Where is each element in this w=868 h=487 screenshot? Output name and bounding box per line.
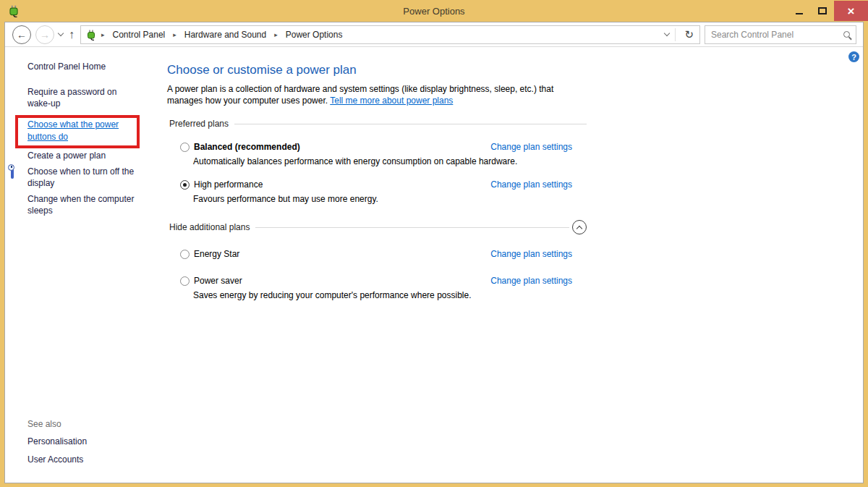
change-plan-settings-high-performance[interactable]: Change plan settings xyxy=(490,179,572,190)
back-arrow-icon: ← xyxy=(17,29,27,41)
close-icon: × xyxy=(848,5,855,17)
sidebar-item-label: Choose when to turn off the display xyxy=(27,166,134,188)
address-bar[interactable]: ▸ Control Panel ▸ Hardware and Sound ▸ P… xyxy=(80,25,700,44)
sidebar-item-label: Change when the computer sleeps xyxy=(27,194,134,216)
plan-name: Balanced (recommended) xyxy=(194,142,300,152)
collapse-plans-button[interactable] xyxy=(572,220,587,234)
sidebar-item-control-panel-home[interactable]: Control Panel Home xyxy=(27,62,160,72)
change-plan-settings-energy-star[interactable]: Change plan settings xyxy=(490,249,572,259)
sidebar-item-personalisation[interactable]: Personalisation xyxy=(27,436,160,446)
power-options-window: Power Options × ← → ↑ ▸ Control Panel xyxy=(0,0,868,487)
preferred-plans-label: Preferred plans xyxy=(169,119,229,129)
window-controls: × xyxy=(788,1,868,21)
help-icon: ? xyxy=(851,53,856,62)
refresh-icon[interactable]: ↻ xyxy=(681,28,697,41)
breadcrumb-separator-icon: ▸ xyxy=(273,31,279,38)
recent-pages-dropdown[interactable] xyxy=(58,30,64,36)
plan-description: Saves energy by reducing your computer's… xyxy=(193,290,587,300)
minimize-icon xyxy=(796,13,803,14)
search-box xyxy=(705,25,856,44)
intro-paragraph: A power plan is a collection of hardware… xyxy=(167,84,588,106)
forward-arrow-icon: → xyxy=(40,29,50,41)
highlight-box: Choose what the power buttons do xyxy=(15,115,140,148)
divider xyxy=(675,28,676,41)
breadcrumb-power-options[interactable]: Power Options xyxy=(282,27,346,42)
content-area: ? Control Panel Home Require a password … xyxy=(5,47,863,483)
radio-balanced[interactable] xyxy=(180,143,190,152)
plan-row-high-performance: High performance Change plan settings xyxy=(167,179,587,190)
chevron-up-icon xyxy=(576,225,582,231)
up-button[interactable]: ↑ xyxy=(67,28,76,41)
radio-high-performance[interactable] xyxy=(180,180,190,190)
power-plug-icon xyxy=(85,29,97,41)
see-also-header: See also xyxy=(27,419,160,429)
minimize-button[interactable] xyxy=(788,1,811,21)
sidebar: Control Panel Home Require a password on… xyxy=(5,47,167,483)
hide-additional-plans-group: Hide additional plans xyxy=(167,220,587,234)
plan-description: Favours performance but may use more ene… xyxy=(193,194,587,204)
plan-name: High performance xyxy=(194,179,263,190)
change-plan-settings-power-saver[interactable]: Change plan settings xyxy=(490,276,572,286)
search-input[interactable] xyxy=(711,30,843,40)
divider xyxy=(255,227,569,228)
sidebar-item-user-accounts[interactable]: User Accounts xyxy=(27,454,160,465)
maximize-icon xyxy=(818,7,827,14)
forward-button[interactable]: → xyxy=(35,25,54,44)
breadcrumb-separator-icon: ▸ xyxy=(171,31,178,38)
display-clock-icon xyxy=(11,166,23,177)
divider xyxy=(234,124,587,124)
breadcrumb-hardware-and-sound[interactable]: Hardware and Sound xyxy=(181,27,270,42)
sleep-sphere-icon xyxy=(11,194,23,205)
plan-row-energy-star: Energy Star Change plan settings xyxy=(167,249,587,259)
plan-row-power-saver: Power saver Change plan settings xyxy=(167,276,587,286)
radio-energy-star[interactable] xyxy=(180,250,190,259)
change-plan-settings-balanced[interactable]: Change plan settings xyxy=(490,142,572,152)
navigation-bar: ← → ↑ ▸ Control Panel ▸ Hardware and Sou… xyxy=(5,22,863,47)
sidebar-item-turn-off-display[interactable]: Choose when to turn off the display xyxy=(27,166,142,189)
search-icon[interactable] xyxy=(843,31,850,38)
help-button[interactable]: ? xyxy=(848,51,859,62)
address-dropdown-icon[interactable] xyxy=(664,30,670,36)
plan-name: Power saver xyxy=(194,276,242,286)
breadcrumb-separator-icon: ▸ xyxy=(100,31,106,38)
plan-description: Automatically balances performance with … xyxy=(193,156,587,166)
back-button[interactable]: ← xyxy=(12,25,31,44)
window-title: Power Options xyxy=(0,6,868,17)
titlebar: Power Options × xyxy=(0,0,868,22)
tell-me-more-link[interactable]: Tell me more about power plans xyxy=(330,96,453,106)
plan-row-balanced: Balanced (recommended) Change plan setti… xyxy=(167,142,587,152)
sidebar-item-require-password[interactable]: Require a password on wake-up xyxy=(27,86,142,109)
sidebar-item-choose-power-buttons[interactable]: Choose what the power buttons do xyxy=(27,119,129,143)
main-pane: Choose or customise a power plan A power… xyxy=(167,47,587,483)
sidebar-item-computer-sleeps[interactable]: Change when the computer sleeps xyxy=(27,193,142,216)
sidebar-item-create-power-plan[interactable]: Create a power plan xyxy=(27,150,142,161)
plan-name: Energy Star xyxy=(194,249,239,259)
hide-additional-plans-label: Hide additional plans xyxy=(169,222,250,232)
preferred-plans-group: Preferred plans xyxy=(167,119,587,129)
radio-power-saver[interactable] xyxy=(180,276,190,286)
breadcrumb-control-panel[interactable]: Control Panel xyxy=(109,27,169,42)
maximize-button[interactable] xyxy=(811,1,834,21)
page-title: Choose or customise a power plan xyxy=(167,63,587,77)
close-button[interactable]: × xyxy=(834,1,868,21)
